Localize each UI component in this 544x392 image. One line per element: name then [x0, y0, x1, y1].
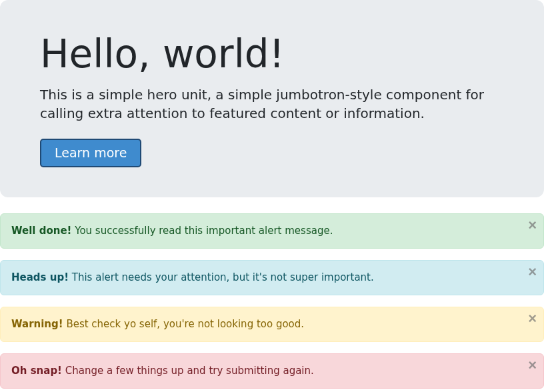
alert-success: Well done! You successfully read this im… — [0, 213, 544, 249]
alert-strong: Well done! — [11, 225, 71, 237]
alert-text: This alert needs your attention, but it'… — [69, 271, 374, 283]
alert-danger: Oh snap! Change a few things up and try … — [0, 353, 544, 389]
alert-strong: Warning! — [11, 318, 63, 330]
jumbotron: Hello, world! This is a simple hero unit… — [0, 0, 544, 197]
jumbotron-heading: Hello, world! — [40, 33, 504, 76]
alert-strong: Oh snap! — [11, 365, 62, 377]
jumbotron-lead: This is a simple hero unit, a simple jum… — [40, 85, 504, 123]
alert-text: You successfully read this important ale… — [71, 225, 333, 237]
alert-text: Best check yo self, you're not looking t… — [63, 318, 304, 330]
learn-more-button[interactable]: Learn more — [40, 139, 141, 167]
close-icon[interactable]: × — [528, 311, 537, 326]
close-icon[interactable]: × — [528, 265, 537, 279]
alert-strong: Heads up! — [11, 271, 69, 283]
page-container: Hello, world! This is a simple hero unit… — [0, 0, 544, 389]
alert-warning: Warning! Best check yo self, you're not … — [0, 307, 544, 342]
alert-text: Change a few things up and try submittin… — [62, 365, 314, 377]
alert-info: Heads up! This alert needs your attentio… — [0, 260, 544, 295]
close-icon[interactable]: × — [528, 218, 537, 233]
close-icon[interactable]: × — [528, 358, 537, 373]
